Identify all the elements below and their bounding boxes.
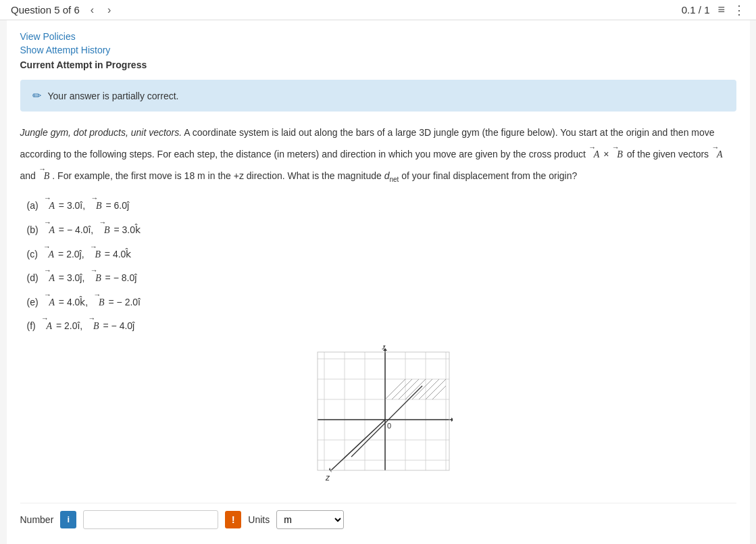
show-attempt-history-link[interactable]: Show Attempt History xyxy=(20,45,111,55)
vector-a-label: → A xyxy=(711,141,723,163)
info-button[interactable]: i xyxy=(60,511,76,528)
banner-text: Your answer is partially correct. xyxy=(48,91,179,101)
current-attempt-label: Current Attempt in Progress xyxy=(20,59,736,70)
question-label: Question 5 of 6 xyxy=(11,4,80,16)
problem-text: Jungle gym, dot products, unit vectors. … xyxy=(20,125,736,184)
step-a: (a) → A = 3.0î, → B = 6.0ĵ xyxy=(27,191,736,216)
step-c: (c) → A = 2.0ĵ, → B = 4.0k̂ xyxy=(27,240,736,264)
graph-container: x y z 0 xyxy=(20,345,736,489)
units-select[interactable]: m km cm xyxy=(276,510,344,529)
step-f: (f) → A = 2.0î, → B = − 4.0ĵ xyxy=(27,312,736,336)
step-b: (b) → A = − 4.0î, → B = 3.0k̂ xyxy=(27,216,736,240)
steps-list: (a) → A = 3.0î, → B = 6.0ĵ (b) → A = − 4… xyxy=(27,191,736,336)
problem-italic-intro: Jungle gym, dot products, unit vectors. xyxy=(20,127,182,138)
warning-button[interactable]: ! xyxy=(225,511,241,528)
answer-row: Number i ! Units m km cm xyxy=(20,503,736,536)
content-area: View Policies Show Attempt History Curre… xyxy=(7,20,750,544)
svg-marker-14 xyxy=(451,418,453,422)
svg-line-17 xyxy=(331,420,385,470)
svg-line-26 xyxy=(432,386,446,399)
svg-text:z: z xyxy=(325,473,330,483)
svg-rect-32 xyxy=(318,352,449,470)
top-bar-left: Question 5 of 6 ‹ › xyxy=(11,4,114,16)
next-question-button[interactable]: › xyxy=(105,4,114,16)
step-d: (d) → A = 3.0ĵ, → B = − 8.0ĵ xyxy=(27,264,736,288)
svg-text:y: y xyxy=(382,345,387,349)
pencil-icon: ✏ xyxy=(32,89,41,102)
more-options-icon[interactable]: ⋮ xyxy=(733,3,745,18)
prev-question-button[interactable]: ‹ xyxy=(88,4,97,16)
top-bar: Question 5 of 6 ‹ › 0.1 / 1 ≡ ⋮ xyxy=(0,0,756,20)
view-policies-link[interactable]: View Policies xyxy=(20,31,76,42)
step-e: (e) → A = 4.0k̂, → B = − 2.0î xyxy=(27,288,736,312)
list-icon[interactable]: ≡ xyxy=(717,3,725,17)
top-bar-right: 0.1 / 1 ≡ ⋮ xyxy=(682,3,745,18)
number-input[interactable] xyxy=(83,510,218,529)
graph-svg: x y z 0 xyxy=(304,345,453,489)
svg-text:0: 0 xyxy=(387,422,391,430)
vector-a-arrow: → A xyxy=(588,141,600,163)
partial-correct-banner: ✏ Your answer is partially correct. xyxy=(20,80,736,112)
vector-b-label: → B xyxy=(39,163,50,184)
units-label: Units xyxy=(248,514,270,525)
score-label: 0.1 / 1 xyxy=(682,4,710,16)
vector-b-arrow: → B xyxy=(611,141,623,163)
number-label: Number xyxy=(20,514,54,525)
